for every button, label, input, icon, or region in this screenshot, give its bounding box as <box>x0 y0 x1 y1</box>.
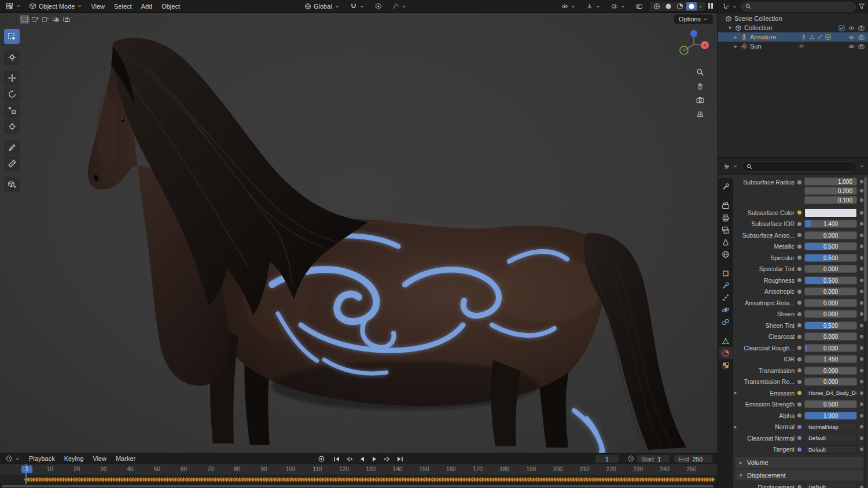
mode-dropdown[interactable]: Object Mode <box>25 1 86 11</box>
next-keyframe-button[interactable] <box>382 454 393 463</box>
disclosure-icon[interactable] <box>734 390 737 395</box>
animate-decorator-icon[interactable] <box>860 380 863 383</box>
animate-decorator-icon[interactable] <box>860 357 863 361</box>
menu-marker[interactable]: Marker <box>112 454 139 463</box>
value-slider[interactable]: 1.000 <box>804 412 857 420</box>
proportional-falloff-dropdown[interactable] <box>389 2 410 11</box>
horse-model[interactable] <box>88 38 686 452</box>
value-slider[interactable]: 0.000 <box>804 287 857 295</box>
select-mode-invert[interactable] <box>51 15 61 24</box>
disclosure-icon[interactable]: ▾ <box>727 25 733 31</box>
value-field[interactable]: 0.200 <box>804 187 857 195</box>
value-slider[interactable]: 0.500 <box>804 321 857 330</box>
menu-playback[interactable]: Playback <box>25 454 59 463</box>
value-slider[interactable]: 0.500 <box>804 254 857 262</box>
animate-decorator-icon[interactable] <box>860 312 863 316</box>
jump-to-start-button[interactable] <box>331 454 342 463</box>
filter-funnel-icon[interactable] <box>858 3 865 10</box>
tab-material[interactable] <box>719 347 733 359</box>
shading-rendered-button[interactable] <box>686 2 697 10</box>
animate-decorator-icon[interactable] <box>860 324 863 327</box>
outliner-row-scene-collection[interactable]: Scene Collection <box>718 14 868 23</box>
tool-select-box[interactable] <box>4 29 20 44</box>
pause-button[interactable] <box>708 3 713 10</box>
animate-decorator-icon[interactable] <box>860 346 863 350</box>
frame-end-field[interactable]: End 250 <box>674 454 713 463</box>
tab-data[interactable] <box>719 335 733 347</box>
menu-object[interactable]: Object <box>157 2 184 11</box>
shading-solid-button[interactable] <box>663 2 674 10</box>
animate-decorator-icon[interactable] <box>860 437 863 440</box>
animate-decorator-icon[interactable] <box>860 391 863 395</box>
tab-world[interactable] <box>719 248 733 260</box>
animate-decorator-icon[interactable] <box>860 256 863 260</box>
hide-eye-icon[interactable] <box>848 25 855 31</box>
viewport-3d-scene[interactable] <box>0 13 718 453</box>
tool-measure[interactable] <box>4 156 20 171</box>
viewport-zoom-button[interactable] <box>693 66 707 79</box>
panel-displacement[interactable]: Displacement <box>735 469 863 480</box>
disclosure-icon[interactable] <box>734 424 737 430</box>
properties-scrollbar[interactable] <box>864 177 867 487</box>
transform-orientation-dropdown[interactable]: Global <box>301 2 343 11</box>
snap-toggle[interactable] <box>347 2 368 11</box>
tab-particles[interactable] <box>719 291 733 304</box>
panel-volume[interactable]: Volume <box>735 457 863 468</box>
value-field[interactable]: 0.100 <box>804 196 857 204</box>
editor-type-button[interactable] <box>2 1 24 11</box>
jump-to-end-button[interactable] <box>395 454 406 463</box>
animate-decorator-icon[interactable] <box>860 267 863 271</box>
value-slider[interactable]: 0.000 <box>804 265 857 273</box>
animate-decorator-icon[interactable] <box>860 245 863 248</box>
value-slider[interactable]: 0.500 <box>804 400 857 408</box>
value-dropdown-field[interactable]: Default <box>804 483 857 488</box>
color-swatch[interactable] <box>804 208 857 217</box>
playhead-frame-badge[interactable]: 1 <box>21 465 32 473</box>
animate-decorator-icon[interactable] <box>860 189 863 193</box>
select-mode-extend[interactable] <box>30 15 40 24</box>
render-camera-icon[interactable] <box>858 43 865 50</box>
frame-start-field[interactable]: Start 1 <box>637 454 670 463</box>
options-dropdown[interactable]: Options <box>674 14 713 24</box>
tool-move[interactable] <box>4 71 20 86</box>
tab-render[interactable] <box>719 199 733 212</box>
value-slider[interactable]: 0.000 <box>804 332 857 341</box>
viewport-3d[interactable]: Options X Y <box>0 13 718 453</box>
value-slider[interactable]: 1.450 <box>804 355 857 363</box>
properties-search-input[interactable] <box>742 161 856 172</box>
viewport-camera-button[interactable] <box>693 94 707 106</box>
viewport-perspective-button[interactable] <box>693 108 707 120</box>
value-slider[interactable]: 0.000 <box>804 310 857 318</box>
tab-output[interactable] <box>719 212 733 224</box>
animate-decorator-icon[interactable] <box>860 180 863 183</box>
disclosure-icon[interactable]: ▸ <box>733 34 738 40</box>
properties-editor-type-button[interactable] <box>722 162 740 171</box>
tool-rotate[interactable] <box>4 87 20 102</box>
auto-keying-button[interactable] <box>316 454 327 463</box>
tab-texture[interactable] <box>719 359 733 371</box>
value-slider[interactable]: 0.000 <box>804 378 857 386</box>
tab-modifiers[interactable] <box>719 279 733 291</box>
play-reverse-button[interactable] <box>356 454 367 463</box>
play-button[interactable] <box>369 454 380 463</box>
tab-tool[interactable] <box>719 180 733 193</box>
animate-decorator-icon[interactable] <box>860 198 863 202</box>
timeline-editor-type-button[interactable] <box>2 454 24 463</box>
outliner-row-armature[interactable]: ▸ Armature <box>718 32 868 42</box>
tool-annotate[interactable] <box>4 140 20 155</box>
menu-add[interactable]: Add <box>137 2 157 11</box>
current-frame-field[interactable]: 1 <box>595 454 619 463</box>
navigation-gizmo[interactable]: X Y <box>677 28 711 61</box>
value-slider[interactable]: 0.000 <box>804 367 857 375</box>
render-camera-icon[interactable] <box>858 25 865 31</box>
tab-view-layer[interactable] <box>719 224 733 236</box>
value-dropdown-field[interactable]: Default <box>804 445 857 454</box>
keying-clock-button[interactable] <box>624 454 638 463</box>
overlays-dropdown[interactable] <box>608 2 629 11</box>
animate-decorator-icon[interactable] <box>860 290 863 293</box>
value-slider[interactable]: 1.400 <box>804 220 857 228</box>
checkbox-icon[interactable] <box>838 25 845 31</box>
tab-constraints[interactable] <box>719 316 733 328</box>
hide-eye-icon[interactable] <box>848 34 855 40</box>
outliner-editor-type-button[interactable] <box>721 2 739 10</box>
